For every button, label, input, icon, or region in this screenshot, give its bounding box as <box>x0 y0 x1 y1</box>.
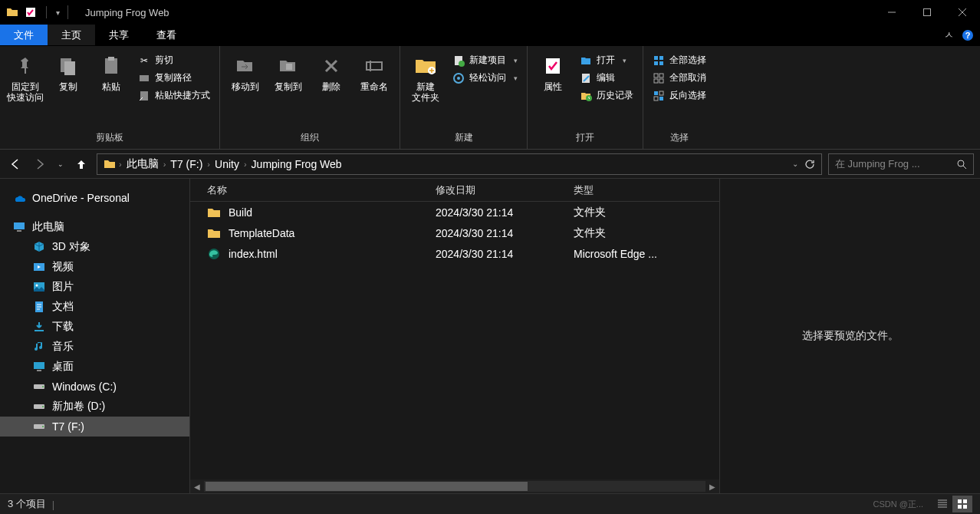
paste-shortcut-button[interactable]: 粘贴快捷方式 <box>135 87 213 104</box>
select-all-icon <box>653 54 665 67</box>
file-list[interactable]: Build2024/3/30 21:14文件夹TemplateData2024/… <box>190 202 719 479</box>
column-name[interactable]: 名称 <box>190 183 436 197</box>
refresh-icon[interactable] <box>804 159 815 170</box>
minimize-button[interactable] <box>874 0 909 25</box>
easy-access-button[interactable]: 轻松访问 <box>449 70 521 86</box>
crumb-unity[interactable]: Unity <box>210 158 244 170</box>
close-button[interactable] <box>945 0 980 25</box>
search-icon <box>956 159 967 170</box>
sidebar-item[interactable]: 新加卷 (D:) <box>0 397 189 417</box>
copy-to-button[interactable]: 复制到 <box>269 49 307 92</box>
sidebar-thispc[interactable]: 此电脑 <box>0 217 189 237</box>
open-icon <box>580 54 592 67</box>
sidebar-item[interactable]: Windows (C:) <box>0 377 189 397</box>
delete-button[interactable]: 删除 <box>312 49 350 92</box>
paste-button[interactable]: 粘贴 <box>92 49 130 92</box>
svg-rect-50 <box>958 505 962 509</box>
up-button[interactable] <box>72 155 90 173</box>
tab-home[interactable]: 主页 <box>48 25 95 45</box>
crumb-current[interactable]: Jumping Frog Web <box>247 158 347 170</box>
copy-to-icon <box>276 54 301 78</box>
file-row[interactable]: Build2024/3/30 21:14文件夹 <box>190 202 719 222</box>
scroll-thumb[interactable] <box>206 482 528 491</box>
rename-button[interactable]: 重命名 <box>355 49 393 92</box>
sidebar-item[interactable]: 3D 对象 <box>0 237 189 257</box>
select-all-button[interactable]: 全部选择 <box>649 52 709 68</box>
tab-file[interactable]: 文件 <box>0 25 48 45</box>
recent-dropdown[interactable]: ⌄ <box>55 155 66 173</box>
horizontal-scrollbar[interactable]: ◀ ▶ <box>190 479 719 493</box>
tab-view[interactable]: 查看 <box>143 25 190 45</box>
svg-rect-22 <box>654 61 658 65</box>
search-input[interactable]: 在 Jumping Frog ... <box>828 153 974 175</box>
svg-point-46 <box>42 426 44 427</box>
sidebar-item[interactable]: 图片 <box>0 277 189 297</box>
file-row[interactable]: index.html2024/3/30 21:14Microsoft Edge … <box>190 243 719 264</box>
scroll-right-icon[interactable]: ▶ <box>705 483 719 491</box>
copy-path-button[interactable]: 复制路径 <box>135 70 213 86</box>
svg-rect-28 <box>654 91 658 95</box>
forward-button[interactable] <box>31 155 49 173</box>
sidebar-item[interactable]: T7 (F:) <box>0 417 189 437</box>
select-none-button[interactable]: 全部取消 <box>649 70 709 86</box>
titlebar: ▾ Jumping Frog Web <box>0 0 980 25</box>
sidebar-item[interactable]: 文档 <box>0 297 189 317</box>
sidebar-item[interactable]: 下载 <box>0 317 189 337</box>
sidebar-item[interactable]: 视频 <box>0 257 189 277</box>
address-bar[interactable]: › 此电脑› T7 (F:)› Unity› Jumping Frog Web … <box>97 153 822 175</box>
music-icon <box>32 340 46 354</box>
back-button[interactable] <box>6 155 25 173</box>
cut-button[interactable]: ✂剪切 <box>135 52 213 68</box>
svg-rect-10 <box>286 64 292 70</box>
view-large-button[interactable] <box>952 496 972 512</box>
svg-rect-29 <box>659 91 663 95</box>
onedrive-icon <box>12 191 26 205</box>
column-type[interactable]: 类型 <box>574 183 708 197</box>
search-placeholder: 在 Jumping Frog ... <box>835 157 920 171</box>
ribbon-collapse-icon[interactable]: ㅅ <box>944 28 954 42</box>
invert-selection-icon <box>653 90 665 102</box>
svg-rect-49 <box>963 499 967 503</box>
sidebar-onedrive[interactable]: OneDrive - Personal <box>0 188 189 208</box>
history-button[interactable]: 历史记录 <box>577 87 636 104</box>
copy-button[interactable]: 复制 <box>49 49 87 92</box>
column-modified[interactable]: 修改日期 <box>436 183 574 197</box>
new-folder-button[interactable]: 新建 文件夹 <box>406 49 445 104</box>
tab-share[interactable]: 共享 <box>95 25 143 45</box>
crumb-thispc[interactable]: 此电脑 <box>122 157 163 171</box>
sidebar-item[interactable]: 桌面 <box>0 357 189 377</box>
view-details-button[interactable] <box>932 496 952 512</box>
ribbon-group-select: 全部选择 全部取消 反向选择 选择 <box>643 46 715 149</box>
svg-point-37 <box>36 285 38 287</box>
invert-selection-button[interactable]: 反向选择 <box>649 87 709 104</box>
open-button[interactable]: 打开 <box>577 52 636 68</box>
rename-icon <box>362 54 386 78</box>
address-folder-icon <box>100 158 119 170</box>
svg-rect-1 <box>924 9 931 16</box>
qat-properties-icon[interactable] <box>25 6 37 18</box>
folder-icon <box>207 226 221 240</box>
ribbon-group-clipboard: 固定到 快速访问 复制 粘贴 ✂剪切 复制路径 粘贴快捷方式 剪贴板 <box>0 46 220 149</box>
list-header: 名称 修改日期 类型 <box>190 179 719 202</box>
properties-button[interactable]: 属性 <box>534 49 572 92</box>
svg-rect-40 <box>37 370 41 371</box>
file-row[interactable]: TemplateData2024/3/30 21:14文件夹 <box>190 222 719 243</box>
drive-icon <box>32 400 46 414</box>
qat-dropdown-icon[interactable]: ▾ <box>56 8 60 17</box>
move-to-button[interactable]: 移动到 <box>226 49 265 92</box>
ribbon: 固定到 快速访问 复制 粘贴 ✂剪切 复制路径 粘贴快捷方式 剪贴板 移动到 <box>0 46 980 150</box>
properties-icon <box>541 54 565 78</box>
address-dropdown-icon[interactable]: ⌄ <box>792 160 798 168</box>
sidebar-item[interactable]: 音乐 <box>0 337 189 357</box>
copy-path-icon <box>138 72 150 84</box>
video-icon <box>32 260 46 274</box>
pin-to-quickaccess-button[interactable]: 固定到 快速访问 <box>6 49 44 104</box>
help-icon[interactable]: ? <box>962 29 974 41</box>
crumb-drive[interactable]: T7 (F:) <box>166 158 207 170</box>
scroll-left-icon[interactable]: ◀ <box>190 483 204 491</box>
svg-rect-31 <box>659 97 663 100</box>
edit-button[interactable]: 编辑 <box>577 70 636 86</box>
desktop-icon <box>32 360 46 374</box>
new-item-button[interactable]: 新建项目 <box>449 52 521 68</box>
maximize-button[interactable] <box>909 0 945 25</box>
